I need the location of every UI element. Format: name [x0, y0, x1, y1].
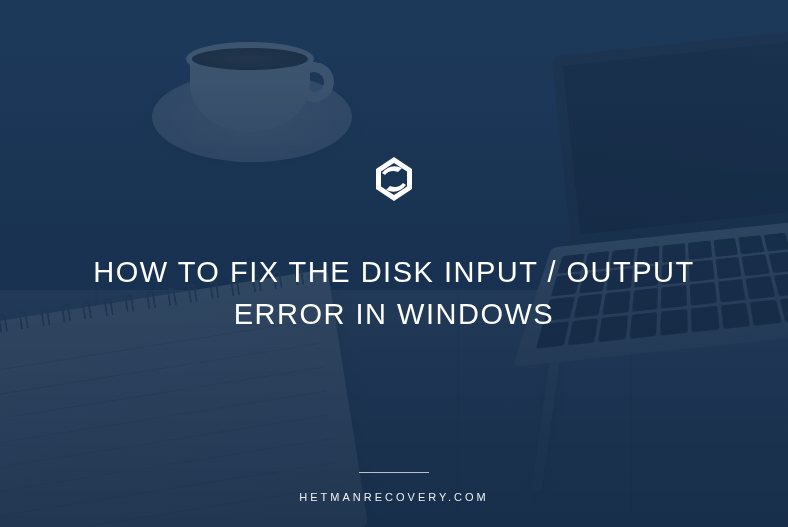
divider-line [359, 472, 429, 473]
hetman-logo-icon [370, 155, 418, 203]
content-layer: HOW TO FIX THE DISK INPUT / OUTPUT ERROR… [0, 0, 788, 527]
hero-banner: HOW TO FIX THE DISK INPUT / OUTPUT ERROR… [0, 0, 788, 527]
article-title: HOW TO FIX THE DISK INPUT / OUTPUT ERROR… [0, 251, 788, 335]
site-domain: HETMANRECOVERY.COM [0, 491, 788, 503]
